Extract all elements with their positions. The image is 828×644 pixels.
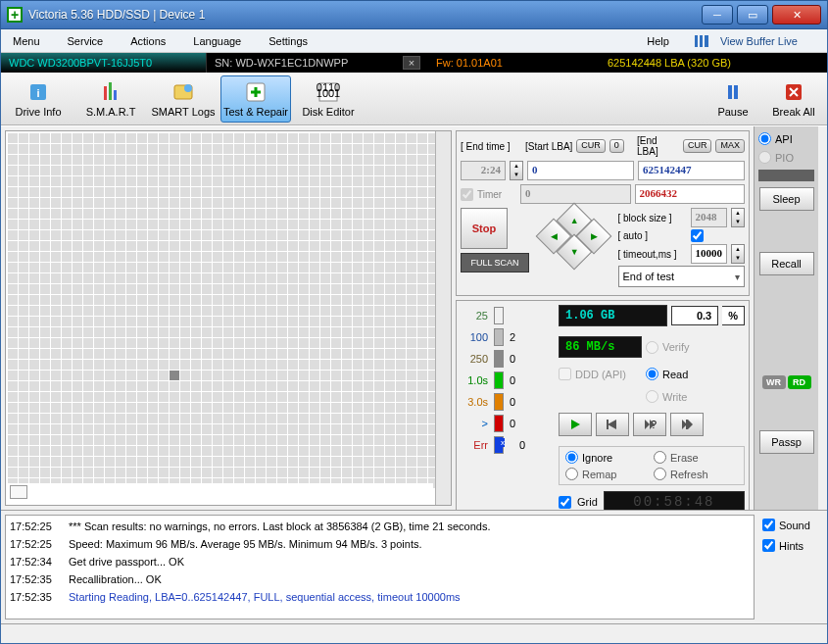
step-back-button[interactable] (596, 413, 629, 436)
rw-indicator: WR RD (762, 375, 811, 389)
auto-checkbox[interactable] (691, 229, 704, 242)
legend-threshold: 3.0s (461, 396, 488, 408)
map-scrollbar[interactable] (435, 131, 451, 505)
map-cell (299, 209, 309, 219)
break-all-button[interactable]: Break All (764, 75, 823, 123)
map-cell (364, 295, 373, 305)
map-cell (417, 306, 427, 316)
refresh-radio[interactable] (654, 468, 666, 480)
start-0-button[interactable]: 0 (609, 139, 624, 153)
tab-test-repair[interactable]: Test & Repair (220, 75, 291, 123)
maximize-button[interactable]: ▭ (737, 5, 768, 25)
map-cell (19, 446, 28, 456)
map-cell (385, 263, 395, 272)
map-cell (364, 220, 373, 229)
map-cell (310, 295, 319, 305)
menu-language[interactable]: Language (185, 31, 261, 51)
map-cell (159, 317, 169, 326)
map-cell (223, 273, 233, 283)
tab-drive-info[interactable]: i Drive Info (3, 75, 73, 123)
play-button[interactable] (559, 413, 592, 436)
close-button[interactable]: ✕ (772, 5, 821, 25)
map-cell (19, 220, 28, 229)
footer-swatch (10, 485, 27, 499)
map-cell (202, 403, 212, 413)
api-radio[interactable] (758, 132, 771, 145)
map-cell (353, 392, 363, 402)
log-panel[interactable]: 17:52:25*** Scan results: no warnings, n… (5, 515, 755, 619)
close-drive-icon[interactable]: × (403, 56, 420, 70)
tab-disk-editor[interactable]: 101100010011 Disk Editor (293, 75, 364, 123)
passp-button[interactable]: Passp (759, 430, 814, 454)
end-time-spinner[interactable]: ▲▼ (510, 161, 523, 180)
map-cell (105, 349, 115, 359)
tab-smart-logs[interactable]: SMART Logs (148, 75, 219, 123)
map-cell (353, 155, 363, 165)
map-cell (202, 327, 212, 337)
read-radio[interactable] (646, 368, 658, 380)
start-lba-input[interactable]: 0 (527, 161, 634, 180)
map-cell (310, 424, 319, 434)
end-of-test-select[interactable]: End of test (618, 266, 746, 287)
timeout-spinner[interactable]: ▲▼ (731, 244, 745, 264)
map-cell (202, 133, 212, 143)
menu-actions[interactable]: Actions (122, 31, 185, 51)
menu-service[interactable]: Service (60, 31, 123, 51)
tab-smart[interactable]: S.M.A.R.T (75, 75, 146, 123)
sound-checkbox[interactable] (762, 519, 775, 531)
minimize-button[interactable]: ─ (702, 5, 733, 25)
hints-checkbox[interactable] (762, 539, 775, 552)
map-cell (126, 457, 136, 467)
map-cell (19, 424, 28, 434)
map-cell (19, 133, 28, 143)
map-cell (234, 403, 244, 413)
map-cell (51, 133, 61, 143)
map-cell (29, 166, 39, 175)
fullscan-button[interactable]: FULL SCAN (461, 253, 529, 272)
pause-button[interactable]: Pause (704, 75, 762, 123)
stop-button[interactable]: Stop (461, 208, 508, 249)
end-cur-button[interactable]: CUR (683, 139, 712, 153)
step-fwd-button[interactable] (670, 413, 704, 436)
legend-swatch (494, 372, 504, 389)
map-cell (126, 381, 136, 391)
map-cell (83, 166, 93, 175)
sleep-button[interactable]: Sleep (759, 187, 814, 211)
map-cell (94, 220, 104, 229)
log-message: Speed: Maximum 96 MB/s. Average 95 MB/s.… (69, 535, 422, 553)
map-cell (234, 273, 244, 283)
map-cell (417, 349, 427, 359)
random-button[interactable]: ? (633, 413, 666, 436)
map-cell (277, 327, 287, 337)
ignore-radio[interactable] (565, 451, 578, 464)
map-cell (267, 381, 276, 391)
map-cell (407, 198, 416, 208)
legend-count: 0 (510, 396, 529, 408)
end-lba-input[interactable]: 625142447 (638, 161, 745, 180)
menu-menu[interactable]: Menu (5, 31, 60, 51)
map-cell (320, 424, 330, 434)
map-cell (29, 435, 39, 445)
map-cell (8, 327, 18, 337)
grid-checkbox[interactable] (559, 496, 571, 509)
block-size-spinner[interactable]: ▲▼ (731, 208, 745, 227)
remap-radio[interactable] (565, 468, 578, 480)
erase-radio[interactable] (654, 451, 666, 464)
map-cell (105, 220, 115, 229)
menu-help[interactable]: Help (639, 31, 689, 51)
menu-settings[interactable]: Settings (261, 31, 327, 51)
map-cell (148, 414, 158, 423)
start-cur-button[interactable]: CUR (576, 139, 606, 153)
map-cell (116, 403, 125, 413)
map-cell (320, 133, 330, 143)
map-cell (353, 198, 363, 208)
map-cell (267, 424, 276, 434)
end-max-button[interactable]: MAX (715, 139, 745, 153)
map-cell (29, 209, 39, 219)
map-cell (94, 155, 104, 165)
recall-button[interactable]: Recall (759, 252, 814, 275)
map-cell (8, 295, 18, 305)
timeout-input[interactable]: 10000 (691, 244, 728, 264)
view-buffer-live[interactable]: View Buffer Live (689, 27, 823, 55)
map-cell (159, 252, 169, 262)
